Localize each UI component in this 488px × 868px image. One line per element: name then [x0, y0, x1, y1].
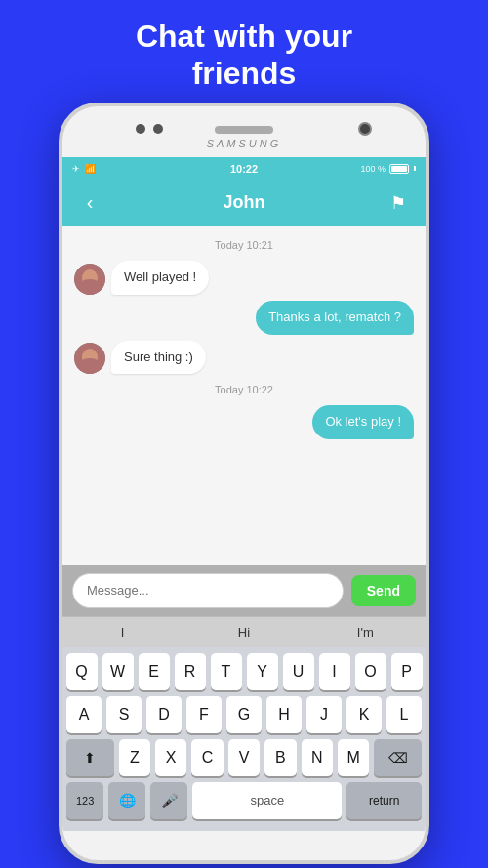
back-button[interactable]: ‹ [74, 187, 105, 219]
message-row-3: Sure thing :) [74, 341, 414, 375]
avatar-2 [74, 343, 105, 374]
message-row-4: Ok let's play ! [74, 405, 414, 439]
status-time: 10:22 [230, 163, 258, 175]
numbers-key[interactable]: 123 [66, 782, 103, 819]
status-left: ✈ 📶 [72, 164, 96, 174]
message-input-bar: Send [62, 565, 426, 616]
key-y[interactable]: Y [247, 653, 278, 690]
globe-key[interactable]: 🌐 [108, 782, 145, 819]
bubble-received-1: Well played ! [111, 261, 209, 295]
status-bar: ✈ 📶 10:22 100 % [62, 157, 426, 181]
key-f[interactable]: F [186, 696, 222, 733]
keyboard: Q W E R T Y U I O P A S D F G H J K [62, 647, 426, 831]
key-row-1: Q W E R T Y U I O P [66, 653, 422, 690]
key-c[interactable]: C [191, 739, 223, 776]
timestamp-2: Today 10:22 [74, 384, 414, 395]
message-row-1: Well played ! [74, 261, 414, 295]
avatar-1 [74, 264, 105, 295]
key-b[interactable]: B [264, 739, 296, 776]
key-o[interactable]: O [355, 653, 386, 690]
key-r[interactable]: R [175, 653, 206, 690]
key-n[interactable]: N [302, 739, 333, 776]
key-z[interactable]: Z [119, 739, 150, 776]
key-d[interactable]: D [146, 696, 182, 733]
key-i[interactable]: I [319, 653, 350, 690]
key-w[interactable]: W [102, 653, 134, 690]
predictive-bar: I Hi I'm [62, 616, 426, 647]
backspace-key[interactable]: ⌫ [374, 739, 422, 776]
key-k[interactable]: K [346, 696, 382, 733]
key-e[interactable]: E [139, 653, 170, 690]
airplane-icon: ✈ [72, 164, 80, 174]
mic-key[interactable]: 🎤 [150, 782, 187, 819]
phone-screen: ✈ 📶 10:22 100 % ‹ John ⚑ Today 10:21 [62, 157, 426, 831]
timestamp-1: Today 10:21 [74, 239, 414, 251]
phone-bottom-bezel [62, 831, 426, 860]
speaker-icon [215, 126, 273, 134]
battery-percent: 100 % [360, 164, 386, 174]
pred-word-2[interactable]: Hi [183, 625, 305, 640]
bubble-sent-1: Thanks a lot, rematch ? [256, 301, 414, 335]
key-row-2: A S D F G H J K L [66, 696, 422, 733]
app-header: ‹ John ⚑ [62, 181, 426, 226]
front-camera-icon [358, 122, 372, 136]
pred-word-3[interactable]: I'm [305, 625, 426, 640]
battery-icon [389, 164, 409, 174]
key-m[interactable]: M [338, 739, 369, 776]
message-input[interactable] [72, 573, 344, 608]
message-row-2: Thanks a lot, rematch ? [74, 301, 414, 335]
key-q[interactable]: Q [66, 653, 98, 690]
key-p[interactable]: P [391, 653, 423, 690]
status-right: 100 % [360, 164, 416, 174]
return-key[interactable]: return [346, 782, 422, 819]
key-row-4: 123 🌐 🎤 space return [66, 782, 422, 819]
space-key[interactable]: space [192, 782, 342, 819]
bubble-received-2: Sure thing :) [111, 341, 206, 375]
key-x[interactable]: X [155, 739, 186, 776]
pred-word-1[interactable]: I [62, 625, 183, 640]
flag-button[interactable]: ⚑ [383, 187, 414, 219]
key-l[interactable]: L [386, 696, 422, 733]
key-u[interactable]: U [283, 653, 314, 690]
key-a[interactable]: A [66, 696, 102, 733]
key-j[interactable]: J [306, 696, 342, 733]
key-h[interactable]: H [266, 696, 302, 733]
battery-tip-icon [414, 166, 416, 171]
page-title: Chat with your friends [97, 0, 391, 103]
camera-left-icon [136, 124, 145, 134]
brand-label: SAMSUNG [207, 138, 282, 149]
key-s[interactable]: S [106, 696, 142, 733]
key-v[interactable]: V [228, 739, 260, 776]
phone-top-bezel: SAMSUNG [62, 106, 426, 157]
wifi-icon: 📶 [85, 164, 96, 174]
chat-area: Today 10:21 Well played ! Thanks a lot, … [62, 226, 426, 565]
camera-right-icon [153, 124, 163, 134]
shift-key[interactable]: ⬆ [66, 739, 114, 776]
bubble-sent-2: Ok let's play ! [312, 405, 414, 439]
send-button[interactable]: Send [351, 575, 416, 606]
key-g[interactable]: G [226, 696, 262, 733]
key-row-3: ⬆ Z X C V B N M ⌫ [66, 739, 422, 776]
key-t[interactable]: T [211, 653, 242, 690]
phone-wrapper: SAMSUNG ✈ 📶 10:22 100 % ‹ John ⚑ [59, 103, 429, 864]
contact-name: John [105, 192, 383, 213]
